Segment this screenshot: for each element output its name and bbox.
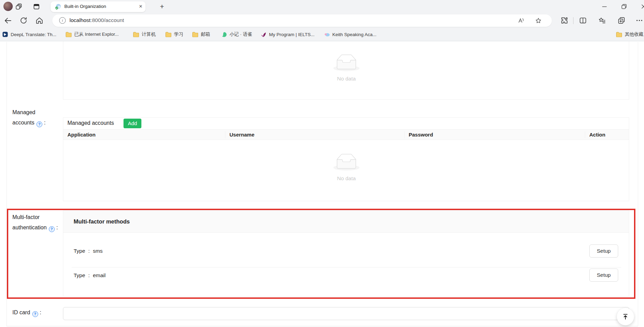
mfa-panel: Multi-factor methods Type:sms Setup Type… bbox=[63, 210, 629, 296]
favorites-bar-icon[interactable] bbox=[598, 16, 607, 25]
yuque-icon bbox=[221, 32, 227, 37]
folder-icon bbox=[616, 32, 622, 37]
mfa-label: Multi-factor authentication?: bbox=[12, 212, 58, 233]
url-path: :8000/account bbox=[90, 17, 124, 23]
container-border bbox=[638, 42, 638, 326]
folder-icon bbox=[165, 32, 172, 37]
browser-tab[interactable]: Built-in Organization ✕ bbox=[51, 1, 146, 12]
minimize-button[interactable] bbox=[599, 3, 610, 10]
extensions-icon[interactable] bbox=[560, 16, 569, 25]
bookmark-folder-computer[interactable]: 计算机 bbox=[133, 30, 156, 39]
panel-title: Managed accounts bbox=[67, 120, 114, 126]
site-info-icon[interactable]: i bbox=[59, 17, 66, 24]
empty-text: No data bbox=[319, 76, 374, 82]
folder-icon bbox=[133, 32, 139, 37]
profile-avatar[interactable] bbox=[3, 2, 13, 11]
column-header-password: Password bbox=[404, 131, 585, 138]
tab-title: Built-in Organization bbox=[64, 4, 130, 9]
mfa-row-email: Type:email bbox=[74, 272, 106, 279]
page-content: No data Managed accounts?: Managed accou… bbox=[0, 41, 644, 327]
home-button[interactable] bbox=[35, 16, 44, 25]
browser-chrome: Built-in Organization ✕ + i localhost:80… bbox=[0, 0, 644, 41]
mfa-row-sms: Type:sms bbox=[74, 248, 103, 254]
new-tab-button[interactable]: + bbox=[158, 2, 167, 11]
bookmark-folder-ie[interactable]: 已从 Internet Explor... bbox=[65, 30, 119, 39]
settings-more-icon[interactable] bbox=[635, 16, 644, 25]
managed-accounts-panel: Managed accounts Add Application Usernam… bbox=[63, 117, 629, 201]
back-button[interactable] bbox=[3, 16, 12, 25]
bookmark-ielts[interactable]: My Program | IELTS... bbox=[260, 30, 314, 39]
back-to-top-button[interactable] bbox=[617, 308, 634, 325]
ielts-icon bbox=[260, 31, 267, 38]
bookmark-folder-mail[interactable]: 邮箱 bbox=[192, 30, 210, 39]
help-icon[interactable]: ? bbox=[36, 121, 42, 127]
url-host: localhost bbox=[69, 17, 90, 23]
folder-icon bbox=[192, 32, 198, 37]
toolbar-divider bbox=[573, 17, 573, 24]
empty-text: No data bbox=[319, 175, 374, 182]
row-divider bbox=[72, 267, 621, 268]
container-border bbox=[7, 326, 638, 326]
bookmark-yuque[interactable]: 小记 · 语雀 bbox=[221, 30, 252, 39]
empty-box-icon bbox=[333, 154, 359, 171]
bookmark-folder-study[interactable]: 学习 bbox=[165, 30, 183, 39]
folder-icon bbox=[65, 32, 72, 37]
empty-box-icon bbox=[333, 54, 359, 71]
address-bar[interactable]: i localhost:8000/account bbox=[52, 14, 552, 27]
setup-email-button[interactable]: Setup bbox=[589, 269, 618, 282]
id-card-label: ID card?: bbox=[12, 307, 41, 318]
keith-icon bbox=[324, 32, 330, 37]
split-screen-icon[interactable] bbox=[579, 16, 588, 25]
column-header-username: Username bbox=[225, 131, 404, 138]
bookmark-other-favorites[interactable]: 其他收藏 bbox=[616, 30, 643, 39]
managed-accounts-label: Managed accounts?: bbox=[12, 107, 46, 128]
url-text[interactable]: localhost:8000/account bbox=[69, 17, 124, 23]
tab-close-icon[interactable]: ✕ bbox=[137, 3, 144, 10]
tab-actions-icon[interactable] bbox=[33, 3, 40, 10]
help-icon[interactable]: ? bbox=[32, 311, 38, 317]
bookmark-keith[interactable]: Keith Speaking Aca... bbox=[324, 30, 376, 39]
collections-icon[interactable] bbox=[617, 16, 626, 25]
panel-title: Multi-factor methods bbox=[74, 218, 130, 225]
restore-button[interactable] bbox=[619, 3, 629, 10]
column-header-action: Action bbox=[585, 131, 628, 138]
column-header-application: Application bbox=[63, 131, 225, 138]
favorite-star-icon[interactable] bbox=[535, 17, 542, 24]
id-card-input[interactable] bbox=[63, 307, 629, 320]
mfa-panel-header: Multi-factor methods bbox=[63, 211, 629, 233]
add-button[interactable]: Add bbox=[124, 119, 141, 128]
close-window-button[interactable] bbox=[638, 3, 644, 10]
top-empty-table: No data bbox=[63, 41, 629, 100]
read-aloud-icon[interactable] bbox=[517, 17, 525, 24]
bookmark-deepl[interactable]: DeepL Translate: Th... bbox=[2, 30, 56, 39]
help-icon[interactable]: ? bbox=[49, 226, 55, 232]
refresh-button[interactable] bbox=[19, 16, 28, 25]
deepl-icon bbox=[2, 31, 8, 37]
tab-favicon bbox=[55, 3, 62, 10]
setup-sms-button[interactable]: Setup bbox=[589, 244, 618, 258]
workspaces-icon[interactable] bbox=[15, 3, 23, 10]
table-header-row: Application Username Password Action bbox=[63, 129, 629, 140]
